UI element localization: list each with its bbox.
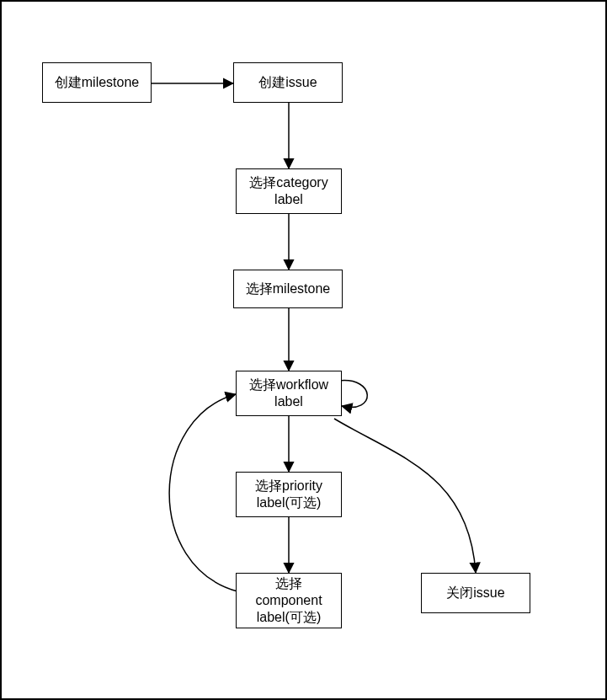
node-label: 选择category label: [242, 174, 336, 208]
node-label: 选择milestone: [246, 281, 330, 297]
node-label: 选择priority label(可选): [242, 478, 336, 511]
node-label: 选择workflow label: [242, 377, 336, 410]
edge: [169, 394, 237, 591]
flowchart-canvas: 创建milestone 创建issue 选择category label 选择m…: [0, 0, 607, 700]
node-close-issue: 关闭issue: [421, 573, 530, 613]
node-choose-component-label: 选择 component label(可选): [236, 573, 342, 628]
node-label: 选择 component label(可选): [242, 575, 336, 626]
node-label: 创建issue: [258, 74, 317, 91]
node-choose-category-label: 选择category label: [236, 168, 342, 214]
edge-self-loop: [338, 381, 367, 408]
node-choose-milestone: 选择milestone: [233, 270, 343, 308]
node-create-issue: 创建issue: [233, 62, 343, 103]
node-create-milestone: 创建milestone: [42, 62, 152, 103]
node-label: 创建milestone: [55, 74, 139, 91]
node-choose-workflow-label: 选择workflow label: [236, 371, 342, 416]
node-label: 关闭issue: [446, 585, 504, 601]
edge: [334, 419, 476, 573]
node-choose-priority-label: 选择priority label(可选): [236, 472, 342, 517]
